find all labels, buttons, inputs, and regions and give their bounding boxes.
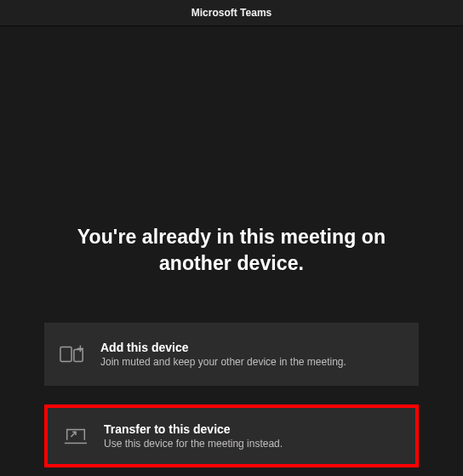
transfer-device-title: Transfer to this device xyxy=(104,422,283,436)
add-device-subtitle: Join muted and keep your other device in… xyxy=(100,356,346,368)
transfer-device-text: Transfer to this device Use this device … xyxy=(104,422,283,450)
svg-rect-1 xyxy=(74,349,83,361)
add-device-text: Add this device Join muted and keep your… xyxy=(100,341,346,368)
window-titlebar: Microsoft Teams xyxy=(0,0,463,26)
add-device-icon xyxy=(60,341,85,367)
transfer-device-subtitle: Use this device for the meeting instead. xyxy=(104,438,283,450)
svg-rect-0 xyxy=(60,347,71,362)
transfer-to-this-device-button[interactable]: Transfer to this device Use this device … xyxy=(48,408,415,464)
join-options: Add this device Join muted and keep your… xyxy=(41,323,422,467)
heading-wrap: You're already in this meeting on anothe… xyxy=(41,224,422,277)
add-this-device-button[interactable]: Add this device Join muted and keep your… xyxy=(44,323,419,386)
already-in-meeting-heading: You're already in this meeting on anothe… xyxy=(41,224,422,277)
main-content: You're already in this meeting on anothe… xyxy=(0,26,463,476)
transfer-device-icon xyxy=(63,423,89,449)
transfer-highlight: Transfer to this device Use this device … xyxy=(44,404,419,467)
add-device-title: Add this device xyxy=(100,341,346,354)
window-title: Microsoft Teams xyxy=(191,7,272,19)
